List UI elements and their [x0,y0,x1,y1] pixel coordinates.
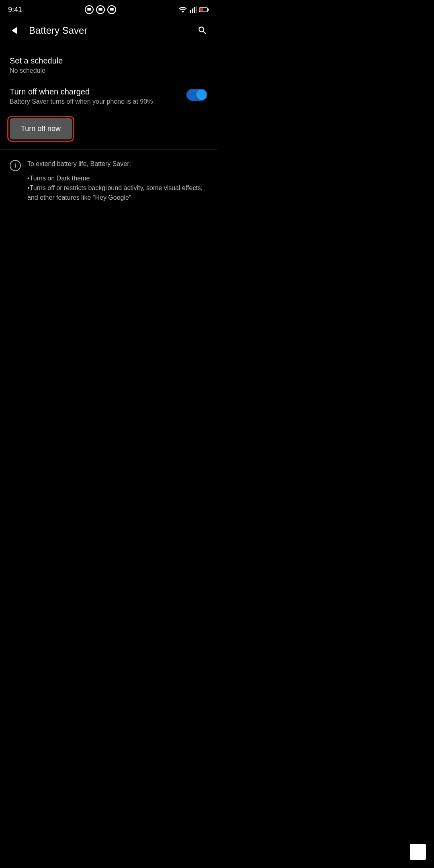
spotify-icon-2 [96,5,105,14]
info-bullet-2: •Turns off or restricts background activ… [27,183,207,203]
search-button[interactable] [194,23,211,39]
battery-icon [199,6,209,13]
wifi-icon [178,6,187,13]
status-bar: 9:41 [0,0,217,18]
info-text: To extend battery life, Battery Saver: •… [27,159,207,203]
schedule-subtitle: No schedule [10,67,207,74]
back-button[interactable] [6,23,23,39]
turn-off-when-charged-setting[interactable]: Turn off when charged Battery Saver turn… [0,81,217,112]
svg-rect-3 [196,6,197,13]
toggle-container [186,89,207,101]
svg-rect-5 [208,8,209,10]
svg-rect-2 [194,7,195,13]
search-icon [197,25,208,36]
button-section: Turn off now [0,112,217,149]
toolbar: Battery Saver [0,18,217,43]
schedule-title: Set a schedule [10,56,207,66]
toggle-knob [196,90,207,100]
status-icons [85,5,116,14]
turn-off-when-charged-toggle[interactable] [186,89,207,101]
turn-off-now-button[interactable]: Turn off now [10,118,72,139]
signal-icon [190,6,197,13]
spotify-icon-1 [85,5,94,14]
turn-off-when-charged-subtitle: Battery Saver turns off when your phone … [10,98,180,105]
schedule-setting[interactable]: Set a schedule No schedule [0,50,217,81]
svg-rect-6 [200,8,203,11]
back-arrow-icon [12,27,17,34]
info-bullet-1: •Turns on Dark theme [27,174,207,183]
spotify-icon-3 [107,5,116,14]
turn-off-when-charged-text: Turn off when charged Battery Saver turn… [10,87,180,105]
svg-rect-1 [192,8,193,13]
status-right-icons [178,6,209,13]
svg-rect-0 [190,10,191,13]
page-title: Battery Saver [29,25,194,36]
content: Set a schedule No schedule Turn off when… [0,43,217,219]
info-heading: To extend battery life, Battery Saver: [27,159,207,169]
status-time: 9:41 [8,6,22,14]
turn-off-when-charged-title: Turn off when charged [10,87,180,96]
info-section: i To extend battery life, Battery Saver:… [0,149,217,212]
info-icon: i [10,160,21,171]
